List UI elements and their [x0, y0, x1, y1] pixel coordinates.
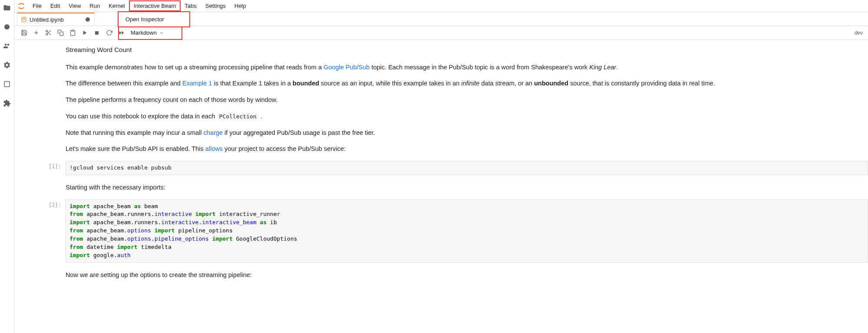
- gear-icon[interactable]: [3, 61, 11, 69]
- cell-prompt: [1]:: [14, 161, 66, 170]
- svg-marker-17: [122, 31, 124, 35]
- svg-point-0: [4, 24, 10, 29]
- markdown-p2: The difference between this example and …: [66, 79, 859, 88]
- folder-icon[interactable]: [3, 3, 11, 12]
- svg-point-8: [46, 33, 47, 35]
- jupyter-logo-icon: [17, 2, 26, 10]
- stop-button[interactable]: [91, 27, 103, 39]
- main-panel: File Edit View Run Kernel Interactive Be…: [14, 0, 868, 333]
- unsaved-indicator-icon: [86, 17, 90, 22]
- code-input[interactable]: import apache_beam as beam from apache_b…: [66, 199, 868, 263]
- svg-line-11: [47, 32, 48, 33]
- cell-type-label: Markdown: [131, 29, 157, 36]
- link-example1[interactable]: Example 1: [182, 80, 212, 87]
- menu-file[interactable]: File: [28, 1, 46, 11]
- svg-point-7: [46, 30, 47, 32]
- svg-rect-15: [95, 31, 99, 35]
- svg-marker-14: [83, 31, 86, 35]
- user-group-icon[interactable]: [3, 42, 11, 50]
- code-cell-2[interactable]: [2]: import apache_beam as beam from apa…: [14, 199, 868, 263]
- cell-type-select[interactable]: Markdown: [127, 29, 167, 36]
- svg-rect-12: [59, 32, 63, 36]
- markdown-p6: Let's make sure the Pub/Sub API is enabl…: [66, 144, 859, 154]
- menu-settings[interactable]: Settings: [201, 1, 230, 11]
- activity-bar: [0, 0, 14, 333]
- toolbar: Markdown dev: [14, 26, 868, 40]
- copy-button[interactable]: [54, 27, 66, 39]
- menu-help[interactable]: Help: [230, 1, 251, 11]
- menu-tabs[interactable]: Tabs: [180, 1, 201, 11]
- tab-filename: Untitled.ipynb: [30, 16, 64, 23]
- run-button[interactable]: [79, 27, 91, 39]
- svg-rect-1: [4, 82, 10, 87]
- save-button[interactable]: [18, 27, 30, 39]
- markdown-title: Streaming Word Count: [66, 45, 859, 55]
- document-icon[interactable]: [3, 80, 11, 88]
- markdown-p3: The pipeline performs a frequency count …: [66, 95, 859, 105]
- menubar: File Edit View Run Kernel Interactive Be…: [14, 0, 868, 12]
- menu-view[interactable]: View: [64, 1, 85, 11]
- menu-kernel[interactable]: Kernel: [104, 1, 129, 11]
- menu-dropdown: Open Inspector: [118, 12, 190, 27]
- markdown-p8: Now we are setting up the options to cre…: [66, 271, 859, 280]
- add-cell-button[interactable]: [30, 27, 42, 39]
- menu-interactive-beam[interactable]: Interactive Beam: [129, 1, 181, 11]
- cell-prompt: [2]:: [14, 199, 66, 208]
- run-all-button[interactable]: [115, 27, 127, 39]
- menu-run[interactable]: Run: [85, 1, 104, 11]
- restart-button[interactable]: [103, 27, 115, 39]
- link-charge[interactable]: charge: [204, 129, 223, 136]
- markdown-p5: Note that running this example may incur…: [66, 128, 859, 138]
- kernel-name[interactable]: dev: [855, 30, 865, 36]
- menu-edit[interactable]: Edit: [46, 1, 64, 11]
- notebook-body[interactable]: Streaming Word Count This example demons…: [14, 40, 868, 333]
- svg-line-10: [49, 33, 50, 35]
- cut-button[interactable]: [42, 27, 54, 39]
- notebook-icon: [21, 16, 27, 23]
- svg-rect-13: [72, 30, 74, 31]
- markdown-p1: This example demonstrates how to set up …: [66, 63, 859, 72]
- notebook-tab[interactable]: Untitled.ipynb: [17, 13, 95, 26]
- markdown-p4: You can use this notebook to explore the…: [66, 112, 859, 121]
- paste-button[interactable]: [66, 27, 79, 39]
- link-allows[interactable]: allows: [205, 145, 223, 152]
- menu-open-inspector[interactable]: Open Inspector: [119, 12, 189, 26]
- code-cell-1[interactable]: [1]: !gcloud services enable pubsub: [14, 161, 868, 175]
- markdown-p7: Starting with the necessary imports:: [66, 183, 859, 193]
- chevron-down-icon: [159, 31, 164, 35]
- svg-marker-16: [119, 31, 121, 35]
- circle-icon[interactable]: [3, 23, 11, 31]
- extension-icon[interactable]: [3, 99, 11, 108]
- link-pubsub[interactable]: Google Pub/Sub: [323, 64, 370, 71]
- code-input[interactable]: !gcloud services enable pubsub: [66, 161, 868, 175]
